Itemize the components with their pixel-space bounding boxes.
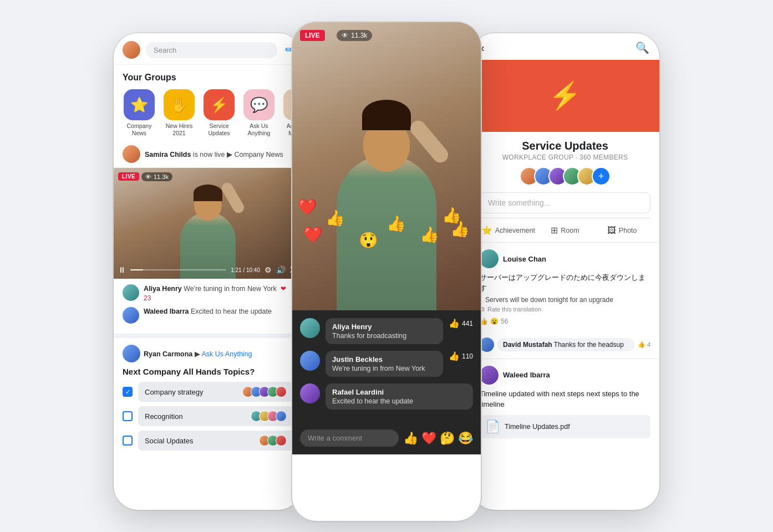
thumbs-up-btn[interactable]: 👍 [403, 431, 418, 446]
post-header-louise: Louise Chan [480, 249, 650, 268]
overlay-avatar-3 [300, 383, 320, 403]
pause-icon[interactable]: ⏸ [118, 265, 126, 274]
member-avatars: + [480, 167, 650, 186]
commenter-avatar-2 [123, 307, 139, 324]
group-banner: ⚡ [471, 60, 659, 132]
voter-avatar [276, 435, 287, 446]
commenter-message-1: We're tuning in from New York [184, 285, 277, 293]
checkbox-2[interactable] [123, 411, 133, 421]
overlay-likes-2: 👍 110 [449, 351, 473, 361]
add-member-button[interactable]: + [592, 167, 611, 186]
overlay-avatar-1 [300, 318, 320, 338]
group-label-company-news: Company News [123, 122, 156, 136]
option-bar-1: Company strategy [138, 382, 293, 402]
group-icon-new-hires: ✋ [164, 89, 195, 120]
phones-container: Search ✏ Your Groups ⭐ Company News ✋ Ne… [0, 0, 773, 532]
david-avatar [480, 337, 494, 352]
middle-live-badge: LIVE [300, 30, 325, 41]
video-thumbnail[interactable]: LIVE 👁 11.3k ⏸ 1:21 / 10:40 ⚙ 🔊 ⛶ [114, 168, 302, 279]
group-label-ask-anything: Ask Us Anything [242, 122, 276, 136]
video-comments: Aliya Henry We're tuning in from New Yor… [114, 279, 302, 334]
post-avatar-louise [480, 249, 499, 268]
search-button[interactable]: 🔍 [635, 41, 649, 54]
live-notification[interactable]: Samira Childs is now live ▶ Company News [114, 141, 302, 168]
option-bar-3: Social Updates [138, 431, 293, 451]
heart-count: 23 [144, 294, 151, 302]
david-likes: 👍 4 [638, 341, 650, 348]
progress-fill [130, 269, 143, 270]
laugh-btn[interactable]: 😂 [458, 431, 473, 446]
group-icon-ask-anything: 💬 [243, 89, 274, 120]
middle-video[interactable]: LIVE 👁 11.3k ❤️ 👍 😲 👍 👍 👍 👍 ❤️ [292, 22, 481, 310]
file-attachment[interactable]: 📄 Timeline Updates.pdf [480, 415, 650, 438]
file-name: Timeline Updates.pdf [505, 423, 570, 431]
video-time: 1:21 / 10:40 [231, 267, 260, 273]
david-comment: David Mustafah Thanks for the headsup 👍 … [480, 337, 650, 352]
think-btn[interactable]: 🤔 [440, 431, 455, 446]
heart-btn[interactable]: ❤️ [421, 431, 436, 446]
room-label: Room [561, 227, 579, 234]
write-box[interactable]: Write something... [480, 192, 650, 213]
group-item-new-hires[interactable]: ✋ New Hires 2021 [162, 89, 196, 136]
commenter-name-1: Aliya Henry [144, 285, 182, 293]
phone-right: ‹ 🔍 ⚡ Service Updates WORKPLACE GROUP · … [471, 33, 659, 510]
rate-translation[interactable]: ⚙ Rate this translation [480, 306, 650, 313]
option-avatars-3 [262, 435, 287, 446]
poll-option-3[interactable]: Social Updates [123, 431, 293, 451]
poll-destination: Ask Us Anything [202, 350, 252, 358]
overlay-text-1: Thanks for broadcasting [332, 332, 436, 340]
back-button[interactable]: ‹ [481, 42, 485, 54]
groups-title: Your Groups [123, 73, 293, 83]
search-bar[interactable]: Search [146, 42, 277, 58]
video-progress-bar[interactable] [130, 269, 226, 270]
group-icon-service-updates: ⚡ [204, 89, 235, 120]
poll-option-2[interactable]: Recognition [123, 406, 293, 426]
like-count-2: 110 [462, 352, 473, 360]
achievement-button[interactable]: ⭐ Achievement [480, 223, 537, 238]
achievement-icon: ⭐ [481, 225, 492, 236]
room-button[interactable]: ⊞ Room [537, 223, 594, 238]
comment-row-2: Waleed Ibarra Excited to hear the update [123, 307, 293, 324]
overlay-bubble-2: Justin Beckles We're tuning in from New … [326, 351, 443, 377]
achievement-label: Achievement [495, 227, 535, 234]
commenter-message-2: Excited to hear the update [191, 308, 272, 315]
overlay-avatar-2 [300, 351, 320, 371]
poll-header: Ryan Carmona ▶ Ask Us Anything [123, 345, 293, 362]
settings-icon[interactable]: ⚙ [265, 265, 272, 274]
poll-section: Ryan Carmona ▶ Ask Us Anything Next Comp… [114, 334, 302, 462]
overlay-comment-2: Justin Beckles We're tuning in from New … [300, 351, 473, 377]
search-placeholder: Search [154, 46, 176, 54]
post-body-jp: サーバーはアップグレードのために今夜ダウンします [480, 273, 650, 294]
overlay-comment-3: Rafael Leardini Excited to hear the upda… [300, 383, 473, 410]
group-item-american-markets[interactable]: 🌐 American Markets [282, 89, 293, 136]
volume-icon[interactable]: 🔊 [276, 265, 286, 274]
photo-button[interactable]: 🖼 Photo [593, 223, 650, 238]
notif-text: Samira Childs is now live ▶ Company News [145, 150, 283, 158]
poll-option-1[interactable]: Company strategy [123, 382, 293, 402]
david-comment-text: Thanks for the headsup [554, 341, 624, 349]
like-emoji: 👍 [480, 318, 488, 325]
comment-input-row: Write a comment 👍 ❤️ 🤔 😂 [292, 424, 481, 454]
post-waleed: Waleed Ibarra Timeline updated with next… [471, 359, 659, 446]
user-avatar[interactable] [123, 41, 140, 59]
view-count-value: 11.3k [154, 173, 169, 180]
notif-avatar [123, 145, 140, 163]
group-item-ask-anything[interactable]: 💬 Ask Us Anything [242, 89, 276, 136]
groups-section: Your Groups ⭐ Company News ✋ New Hires 2… [114, 65, 302, 141]
checkbox-3[interactable] [123, 436, 133, 446]
post-avatar-waleed [480, 366, 499, 385]
group-item-company-news[interactable]: ⭐ Company News [123, 89, 156, 136]
checkbox-1[interactable] [123, 387, 133, 397]
david-name: David Mustafah [503, 341, 552, 349]
middle-view-count: 👁 11.3k [337, 30, 372, 41]
comment-input[interactable]: Write a comment [300, 429, 399, 447]
group-item-service-updates[interactable]: ⚡ Service Updates [202, 89, 236, 136]
like-icon-1: 👍 [449, 318, 460, 329]
overlay-text-3: Excited to hear the update [332, 397, 466, 405]
overlay-text-2: We're tuning in from New York [332, 365, 436, 372]
post-body-waleed: Timeline updated with next steps next st… [480, 389, 650, 410]
poll-user-avatar [123, 345, 140, 362]
phone-middle: LIVE 👁 11.3k ❤️ 👍 😲 👍 👍 👍 👍 ❤️ [292, 22, 481, 521]
video-view-count: 👁 11.3k [141, 172, 172, 181]
heart-emoji: 😮 [490, 318, 499, 325]
